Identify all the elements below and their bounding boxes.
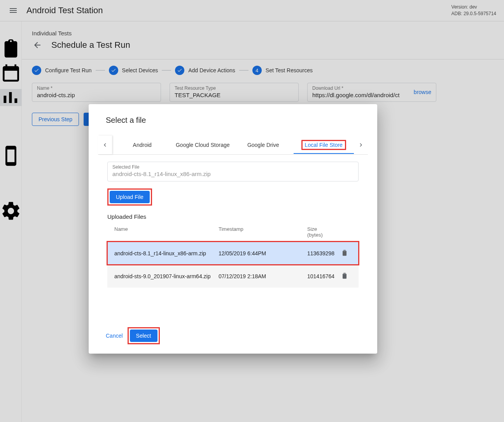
select-button[interactable]: Select bbox=[130, 330, 158, 342]
dialog-title: Select a file bbox=[106, 116, 368, 125]
tab-android[interactable]: Android bbox=[112, 136, 173, 153]
delete-icon[interactable] bbox=[341, 249, 352, 258]
upload-file-button[interactable]: Upload File bbox=[110, 191, 150, 203]
uploaded-files-table: Name Timestamp Size (bytes) android-cts-… bbox=[107, 222, 359, 288]
uploaded-files-heading: Uploaded Files bbox=[107, 213, 359, 220]
delete-icon[interactable] bbox=[341, 272, 352, 281]
tabs-scroll-right-icon[interactable] bbox=[354, 136, 368, 154]
tab-gcs[interactable]: Google Cloud Storage bbox=[173, 136, 233, 153]
tab-local-file-store[interactable]: Local File Store bbox=[294, 136, 354, 153]
table-row[interactable]: android-sts-9.0_201907-linux-arm64.zip 0… bbox=[107, 265, 359, 288]
select-file-dialog: Select a file Android Google Cloud Stora… bbox=[89, 104, 377, 354]
selected-file-field[interactable]: Selected File android-cts-8.1_r14-linux_… bbox=[107, 162, 359, 181]
col-timestamp: Timestamp bbox=[219, 226, 307, 238]
col-name: Name bbox=[114, 226, 219, 238]
file-source-tabs: Android Google Cloud Storage Google Driv… bbox=[98, 136, 368, 155]
tab-drive[interactable]: Google Drive bbox=[233, 136, 294, 153]
table-row[interactable]: android-cts-8.1_r14-linux_x86-arm.zip 12… bbox=[107, 242, 359, 265]
cancel-button[interactable]: Cancel bbox=[106, 333, 123, 339]
tabs-scroll-left-icon[interactable] bbox=[98, 136, 112, 154]
col-size: Size (bytes) bbox=[307, 226, 341, 238]
